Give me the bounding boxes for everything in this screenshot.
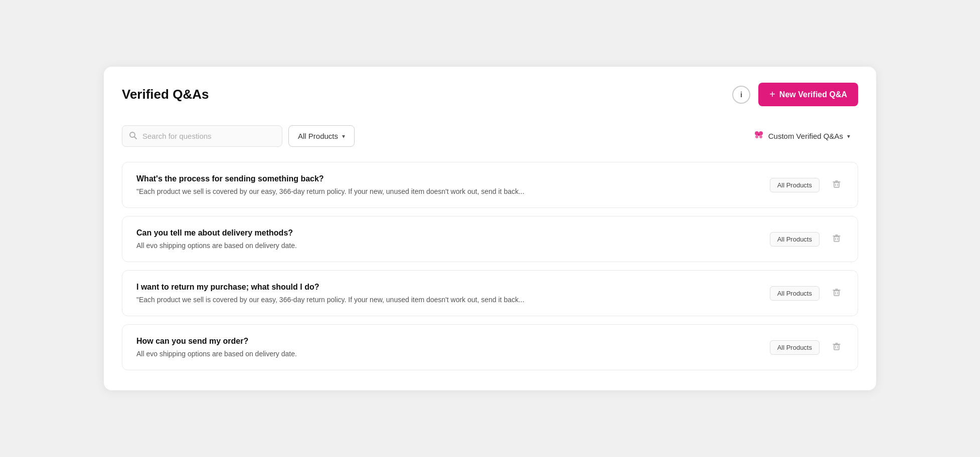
svg-rect-22 [834,345,839,350]
all-products-label: All Products [298,132,338,140]
qa-tag: All Products [770,286,820,301]
qa-content: Can you tell me about delivery methods? … [136,228,762,250]
custom-verified-qa-dropdown[interactable]: Custom Verified Q&As ▾ [745,124,858,148]
app-container: Verified Q&As i + New Verified Q&A All P… [104,67,876,390]
svg-point-4 [755,135,758,138]
svg-point-6 [758,134,760,136]
qa-content: What's the process for sending something… [136,174,762,195]
trash-icon [832,233,842,246]
qa-list: What's the process for sending something… [122,162,858,370]
info-button[interactable]: i [732,86,750,104]
info-icon: i [740,90,742,99]
qa-answer: "Each product we sell is covered by our … [136,296,688,304]
svg-line-1 [134,137,136,139]
svg-point-5 [759,135,762,138]
qa-tag: All Products [770,232,820,247]
delete-button[interactable] [828,339,846,356]
qa-tag: All Products [770,178,820,192]
trash-icon [832,179,842,191]
search-input-wrapper [122,125,282,147]
qa-question: Can you tell me about delivery methods? [136,228,762,238]
trash-icon [832,287,842,300]
qa-question: I want to return my purchase; what shoul… [136,283,762,292]
page-header: Verified Q&As i + New Verified Q&A [122,83,858,106]
all-products-dropdown[interactable]: All Products ▾ [288,125,355,147]
qa-item: What's the process for sending something… [122,162,858,208]
qa-item: Can you tell me about delivery methods? … [122,216,858,262]
qa-question: How can you send my order? [136,337,762,346]
plus-icon: + [769,89,775,100]
delete-button[interactable] [828,231,846,248]
qa-answer: All evo shipping options are based on de… [136,242,688,250]
custom-qa-label: Custom Verified Q&As [768,132,843,140]
qa-item: I want to return my purchase; what shoul… [122,270,858,316]
delete-button[interactable] [828,285,846,302]
trash-icon [832,341,842,354]
qa-question: What's the process for sending something… [136,174,762,183]
toolbar: All Products ▾ Custom Verified Q&As ▾ [122,124,858,148]
qa-tag: All Products [770,340,820,355]
custom-qa-icon [753,129,764,143]
new-qa-label: New Verified Q&A [779,90,847,99]
chevron-down-icon: ▾ [342,133,345,140]
svg-rect-17 [834,291,839,296]
new-verified-qa-button[interactable]: + New Verified Q&A [758,83,858,106]
qa-content: I want to return my purchase; what shoul… [136,283,762,304]
search-icon [129,131,137,141]
custom-qa-chevron-icon: ▾ [847,133,850,140]
qa-item: How can you send my order? All evo shipp… [122,324,858,370]
qa-content: How can you send my order? All evo shipp… [136,337,762,358]
delete-button[interactable] [828,177,846,193]
page-title: Verified Q&As [122,87,209,102]
qa-answer: All evo shipping options are based on de… [136,350,688,358]
svg-rect-7 [834,182,839,187]
header-right: i + New Verified Q&A [732,83,858,106]
qa-answer: "Each product we sell is covered by our … [136,187,688,195]
search-input[interactable] [122,125,282,147]
svg-rect-12 [834,237,839,242]
